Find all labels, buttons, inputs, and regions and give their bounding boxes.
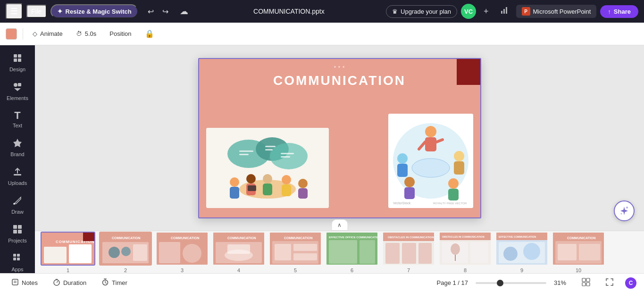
thumb-wrapper-7: OBSTACLES IN COMMUNICATION 7 xyxy=(382,232,435,273)
cloud-save-button[interactable]: ☁ xyxy=(176,4,192,19)
svg-rect-115 xyxy=(12,279,18,285)
svg-point-44 xyxy=(412,159,450,177)
thumbnail-8[interactable]: OBSTACLES IN COMMUNICATION xyxy=(439,232,492,266)
thumb-wrapper-1: COMMUNICATION 1 xyxy=(41,232,95,273)
svg-rect-16 xyxy=(13,254,16,257)
projects-label: Projects xyxy=(8,238,27,243)
sidebar-item-brand[interactable]: Brand xyxy=(2,134,33,161)
thumb-wrapper-4: COMMUNICATION 4 xyxy=(212,232,265,273)
svg-rect-52 xyxy=(454,161,464,175)
animate-button[interactable]: ◇ Animate xyxy=(29,28,67,40)
thumb-wrapper-5: COMMUNICATION 5 xyxy=(269,232,322,273)
thumbnail-6[interactable]: EFFECTIVE OFFICE COMMUNICATION xyxy=(326,232,378,266)
duration-status-icon xyxy=(53,278,60,287)
svg-point-53 xyxy=(404,177,415,187)
thumb-4-svg: COMMUNICATION xyxy=(213,233,264,266)
slide-canvas[interactable]: COMMUNICATION ● ● ● xyxy=(198,58,481,218)
analytics-button[interactable] xyxy=(496,4,512,19)
share-button[interactable]: ↑ Share xyxy=(600,5,638,18)
thumb-num-6: 6 xyxy=(351,267,353,273)
svg-rect-90 xyxy=(360,240,375,264)
svg-line-123 xyxy=(105,283,107,284)
svg-rect-71 xyxy=(133,244,147,261)
svg-text:EFFECTIVE COMMUNICATION: EFFECTIVE COMMUNICATION xyxy=(499,235,536,238)
thumbnail-2[interactable]: COMMUNICATION xyxy=(99,232,152,266)
ms-powerpoint-label: Microsoft PowerPoint xyxy=(533,8,591,15)
svg-rect-127 xyxy=(586,278,590,282)
upgrade-icon: ♛ xyxy=(392,8,398,15)
lock-button[interactable]: 🔒 xyxy=(141,27,158,41)
sidebar-item-design[interactable]: Design xyxy=(2,49,33,76)
thumbnail-10[interactable]: COMMUNICATION xyxy=(552,232,605,266)
thumbnail-7[interactable]: OBSTACLES IN COMMUNICATION xyxy=(382,232,435,266)
notes-button[interactable]: Notes xyxy=(8,276,42,289)
magic-switch-button[interactable]: ✦ Resize & Magic Switch xyxy=(50,4,138,18)
avatar[interactable]: VC xyxy=(461,4,476,19)
svg-rect-3 xyxy=(14,54,17,58)
hamburger-button[interactable]: ☰ xyxy=(6,3,23,19)
duration-button[interactable]: ⏱ 5.0s xyxy=(72,28,100,40)
zoom-thumb[interactable] xyxy=(497,280,503,286)
timer-button[interactable]: Timer xyxy=(98,276,131,289)
svg-rect-74 xyxy=(159,242,180,263)
svg-point-102 xyxy=(451,243,460,255)
thumbnail-5[interactable]: COMMUNICATION xyxy=(269,232,322,266)
sidebar-item-text[interactable]: T Text xyxy=(2,107,33,132)
status-left: Notes Duration T xyxy=(8,276,131,289)
upgrade-button[interactable]: ♛ Upgrade your plan xyxy=(386,5,457,18)
share-label: Share xyxy=(614,8,631,15)
thumbnail-3[interactable]: COMMUNICATION xyxy=(156,232,209,266)
thumb-wrapper-6: EFFECTIVE OFFICE COMMUNICATION 6 xyxy=(326,232,378,273)
add-collaborator-button[interactable]: + xyxy=(480,4,493,19)
svg-rect-32 xyxy=(230,187,239,199)
svg-rect-19 xyxy=(17,258,20,260)
thumbnail-1[interactable]: COMMUNICATION xyxy=(41,232,95,266)
svg-point-49 xyxy=(397,153,408,164)
thumb-6-svg: EFFECTIVE OFFICE COMMUNICATION xyxy=(326,233,377,266)
sidebar-item-projects[interactable]: Projects xyxy=(2,220,33,247)
duration-status-label: Duration xyxy=(63,279,86,286)
thumb-1-svg: COMMUNICATION xyxy=(42,233,94,266)
status-bar: Notes Duration T xyxy=(0,273,644,292)
undo-button[interactable]: ↩ xyxy=(144,5,158,18)
sidebar-item-elements[interactable]: Elements xyxy=(2,78,33,105)
svg-rect-128 xyxy=(582,283,585,286)
slide-left-image xyxy=(206,128,329,208)
slide-accent-box xyxy=(457,59,480,85)
redo-button[interactable]: ↪ xyxy=(159,5,172,18)
status-right: Page 1 / 17 31% C xyxy=(437,276,637,290)
thumb-num-1: 1 xyxy=(67,267,69,273)
svg-point-55 xyxy=(448,178,459,189)
zoom-slider[interactable] xyxy=(476,282,546,284)
position-button[interactable]: Position xyxy=(106,28,135,40)
duration-icon: ⏱ xyxy=(76,30,82,37)
svg-rect-28 xyxy=(281,153,294,154)
ms-powerpoint-button[interactable]: P Microsoft PowerPoint xyxy=(516,5,597,18)
svg-rect-126 xyxy=(582,278,585,282)
sidebar-item-draw[interactable]: Draw xyxy=(2,192,33,218)
svg-rect-37 xyxy=(263,184,272,195)
main-area: Design Elements T Text Brand xyxy=(0,45,644,273)
svg-rect-101 xyxy=(470,242,488,263)
undo-redo-group: ↩ ↪ xyxy=(144,5,172,18)
sidebar-item-apps[interactable]: Apps xyxy=(2,249,33,273)
canvas-area: COMMUNICATION ● ● ● xyxy=(35,45,644,273)
magic-assistant-button[interactable] xyxy=(614,200,635,221)
duration-status-button[interactable]: Duration xyxy=(49,276,90,289)
svg-text:COMMUNICATION: COMMUNICATION xyxy=(171,236,200,240)
hide-pages-button[interactable]: ∧ xyxy=(331,219,348,231)
grid-view-button[interactable] xyxy=(578,276,594,290)
svg-rect-50 xyxy=(397,164,408,177)
svg-rect-46 xyxy=(425,137,436,151)
svg-rect-54 xyxy=(404,187,415,199)
share-icon: ↑ xyxy=(608,8,611,15)
sidebar-item-uploads[interactable]: Uploads xyxy=(2,163,33,190)
svg-rect-0 xyxy=(501,11,502,14)
file-button[interactable]: File xyxy=(26,5,47,18)
color-swatch[interactable] xyxy=(6,28,17,40)
canvas-workspace[interactable]: COMMUNICATION ● ● ● xyxy=(35,45,644,231)
fullscreen-button[interactable] xyxy=(602,276,618,290)
thumbnail-4[interactable]: COMMUNICATION xyxy=(212,232,265,266)
svg-point-31 xyxy=(230,177,239,187)
thumbnail-9[interactable]: EFFECTIVE COMMUNICATION xyxy=(495,232,548,266)
